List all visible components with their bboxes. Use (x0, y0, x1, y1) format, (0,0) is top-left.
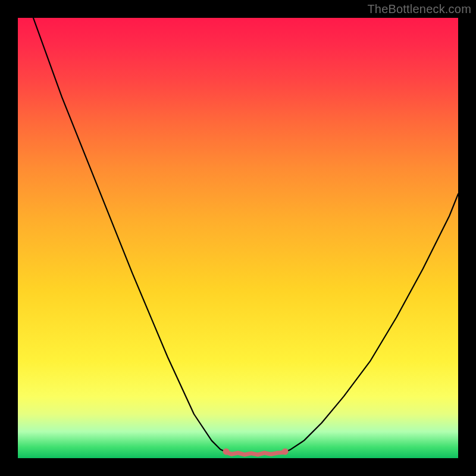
trough-segment (227, 452, 284, 455)
curve-right (284, 194, 458, 452)
trough-endpoint-right (282, 448, 289, 455)
chart-frame: TheBottleneck.com (0, 0, 476, 476)
plot-area (18, 18, 458, 458)
watermark-text: TheBottleneck.com (367, 2, 471, 16)
trough-endpoint-left (223, 448, 230, 455)
curve-left (33, 18, 227, 452)
plot-svg (18, 18, 458, 458)
